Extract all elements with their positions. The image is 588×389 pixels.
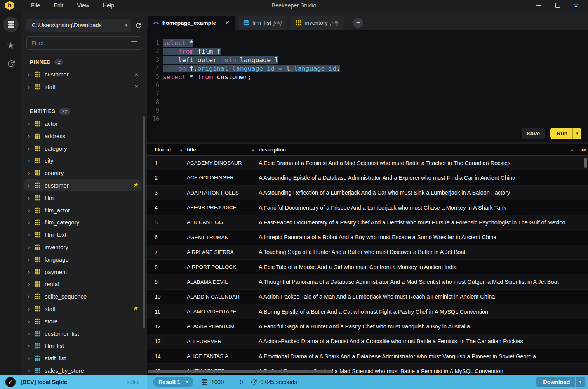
sidebar-item-film_list[interactable]: › film_list bbox=[24, 340, 141, 352]
column-header-title[interactable]: title ▲ bbox=[187, 147, 259, 153]
pinned-item-customer[interactable]: › customer × bbox=[24, 68, 141, 81]
table-row-8[interactable]: 8 AIRPORT POLLOCK A Epic Tale of a Moose… bbox=[147, 260, 588, 274]
sidebar-item-staff[interactable]: › staff bbox=[24, 303, 141, 315]
minimize-icon[interactable] bbox=[536, 5, 541, 6]
results-vertical-scrollbar[interactable] bbox=[584, 158, 587, 168]
sidebar-item-sales_by_store[interactable]: › sales_by_store bbox=[24, 365, 141, 375]
new-tab-button[interactable]: + bbox=[353, 18, 363, 28]
history-icon[interactable] bbox=[6, 59, 16, 70]
chevron-expand-icon[interactable]: › bbox=[28, 367, 35, 374]
sidebar-item-actor[interactable]: › actor bbox=[24, 118, 141, 130]
chevron-expand-icon[interactable]: › bbox=[28, 306, 35, 312]
table-row-2[interactable]: 2 ACE GOLDFINGER A Astounding Epistle of… bbox=[147, 170, 588, 185]
chevron-expand-icon[interactable]: › bbox=[28, 170, 35, 176]
table-row-14[interactable]: 14 ALICE FANTASIA A Emotional Drama of a… bbox=[147, 349, 588, 364]
chevron-expand-icon[interactable]: › bbox=[28, 256, 35, 263]
sidebar-item-city[interactable]: › city bbox=[24, 155, 141, 167]
sidebar-item-inventory[interactable]: › inventory bbox=[24, 241, 141, 254]
table-row-13[interactable]: 13 ALI FOREVER A Action-Packed Drama of … bbox=[147, 334, 588, 349]
table-row-4[interactable]: 4 AFFAIR PREJUDICE A Fanciful Documentar… bbox=[147, 200, 588, 215]
chevron-expand-icon[interactable]: › bbox=[28, 157, 35, 164]
sidebar-item-store[interactable]: › store bbox=[24, 315, 141, 327]
chevron-expand-icon[interactable]: › bbox=[28, 269, 35, 275]
database-icon[interactable] bbox=[3, 17, 19, 32]
tab-inventory[interactable]: inventory [all] bbox=[290, 16, 344, 30]
filter-input[interactable] bbox=[31, 40, 131, 46]
table-row-10[interactable]: 10 ALADDIN CALENDAR A Action-Packed Tale… bbox=[147, 290, 588, 304]
sidebar-item-film[interactable]: › film bbox=[24, 191, 141, 204]
run-dropdown-caret-icon[interactable]: ▾ bbox=[572, 128, 581, 139]
column-header-film_id[interactable]: film_id ▲ bbox=[155, 147, 187, 153]
sidebar-item-film_text[interactable]: › film_text bbox=[24, 229, 141, 241]
sidebar-item-category[interactable]: › category bbox=[24, 142, 141, 155]
tab-film_list[interactable]: film_list [all] bbox=[238, 16, 287, 30]
table-row-12[interactable]: 12 ALASKA PHANTOM A Fanciful Saga of a H… bbox=[147, 319, 588, 334]
result-selector[interactable]: Result 1 ▾ bbox=[153, 377, 193, 387]
chevron-expand-icon[interactable]: › bbox=[28, 207, 35, 214]
chevron-expand-icon[interactable]: › bbox=[28, 355, 35, 361]
table-row-5[interactable]: 5 AFRICAN EGG A Fast-Paced Documentary o… bbox=[147, 215, 588, 230]
chevron-expand-icon[interactable]: › bbox=[28, 133, 35, 139]
menu-file[interactable]: File bbox=[31, 2, 40, 9]
table-row-9[interactable]: 9 ALABAMA DEVIL A Thoughtful Panorama of… bbox=[147, 274, 588, 289]
pinned-item-staff[interactable]: › staff × bbox=[24, 81, 141, 93]
chevron-expand-icon[interactable]: › bbox=[28, 182, 35, 189]
chevron-expand-icon[interactable]: › bbox=[28, 342, 35, 349]
sort-asc-icon[interactable]: ▲ bbox=[251, 148, 255, 152]
maximize-icon[interactable] bbox=[555, 3, 560, 8]
chevron-expand-icon[interactable]: › bbox=[28, 219, 35, 226]
favorites-star-icon[interactable]: ★ bbox=[7, 41, 15, 50]
chevron-expand-icon[interactable]: › bbox=[28, 120, 35, 127]
close-tab-icon[interactable]: × bbox=[225, 19, 229, 26]
refresh-icon[interactable] bbox=[135, 22, 142, 29]
sidebar-item-sqlite_sequence[interactable]: › sqlite_sequence bbox=[24, 290, 141, 303]
connection-select[interactable]: C:\Users\ghstng\Downloads ▾ bbox=[26, 19, 131, 32]
table-row-7[interactable]: 7 AIRPLANE SIERRA A Touching Saga of a H… bbox=[147, 245, 588, 260]
pin-icon[interactable] bbox=[132, 306, 138, 312]
chevron-expand-icon[interactable]: › bbox=[28, 83, 35, 90]
sidebar-item-staff_list[interactable]: › staff_list bbox=[24, 352, 141, 365]
sidebar-item-payment[interactable]: › payment bbox=[24, 266, 141, 278]
download-button[interactable]: Download ▾ bbox=[536, 377, 585, 387]
chevron-expand-icon[interactable]: › bbox=[28, 145, 35, 152]
sidebar-item-rental[interactable]: › rental bbox=[24, 278, 141, 290]
tab-homepage_example[interactable]: <>homepage_example × bbox=[148, 16, 235, 30]
chevron-expand-icon[interactable]: › bbox=[28, 194, 35, 201]
sidebar-item-language[interactable]: › language bbox=[24, 253, 141, 266]
chevron-expand-icon[interactable]: › bbox=[28, 281, 35, 287]
chevron-expand-icon[interactable]: › bbox=[28, 293, 35, 300]
sort-asc-icon[interactable]: ▲ bbox=[571, 148, 574, 152]
unpin-close-icon[interactable]: × bbox=[135, 71, 138, 78]
table-row-1[interactable]: 1 ACADEMY DINOSAUR A Epic Drama of a Fem… bbox=[147, 156, 588, 170]
pin-icon[interactable] bbox=[132, 182, 138, 188]
sql-editor[interactable]: 12345678910 select * from film f left ou… bbox=[147, 30, 588, 142]
chevron-expand-icon[interactable]: › bbox=[28, 330, 35, 337]
chevron-expand-icon[interactable]: › bbox=[28, 71, 35, 78]
menu-help[interactable]: Help bbox=[103, 2, 115, 9]
run-button[interactable]: Run ▾ bbox=[550, 128, 581, 139]
menu-edit[interactable]: Edit bbox=[54, 2, 63, 9]
column-header-description[interactable]: description ▲ bbox=[259, 147, 578, 153]
chevron-expand-icon[interactable]: › bbox=[28, 244, 35, 250]
chevron-expand-icon[interactable]: › bbox=[28, 318, 35, 325]
sidebar-item-customer_list[interactable]: › customer_list bbox=[24, 327, 141, 340]
sidebar-item-address[interactable]: › address bbox=[24, 130, 141, 142]
sidebar-item-film_actor[interactable]: › film_actor bbox=[24, 204, 141, 216]
download-dropdown-caret-icon[interactable]: ▾ bbox=[575, 377, 585, 387]
sort-asc-icon[interactable]: ▲ bbox=[179, 148, 183, 152]
table-row-11[interactable]: 11 ALAMO VIDEOTAPE A Boring Epistle of a… bbox=[147, 304, 588, 319]
save-button[interactable]: Save bbox=[522, 128, 545, 139]
sidebar-scrollbar[interactable] bbox=[143, 116, 145, 328]
column-header-re[interactable]: re bbox=[578, 147, 588, 153]
chevron-expand-icon[interactable]: › bbox=[28, 231, 35, 238]
menu-view[interactable]: View bbox=[77, 2, 89, 9]
unpin-close-icon[interactable]: × bbox=[135, 83, 138, 90]
sidebar-item-customer[interactable]: › customer bbox=[24, 179, 141, 192]
sidebar-item-film_category[interactable]: › film_category bbox=[24, 216, 141, 229]
sql-code[interactable]: select * from film f left outer join lan… bbox=[163, 39, 340, 81]
sidebar-item-country[interactable]: › country bbox=[24, 167, 141, 179]
results-horizontal-scrollbar[interactable] bbox=[148, 370, 333, 373]
table-row-3[interactable]: 3 ADAPTATION HOLES A Astounding Reflecti… bbox=[147, 186, 588, 200]
close-window-icon[interactable]: × bbox=[574, 2, 578, 9]
table-row-6[interactable]: 6 AGENT TRUMAN A Intrepid Panorama of a … bbox=[147, 230, 588, 245]
